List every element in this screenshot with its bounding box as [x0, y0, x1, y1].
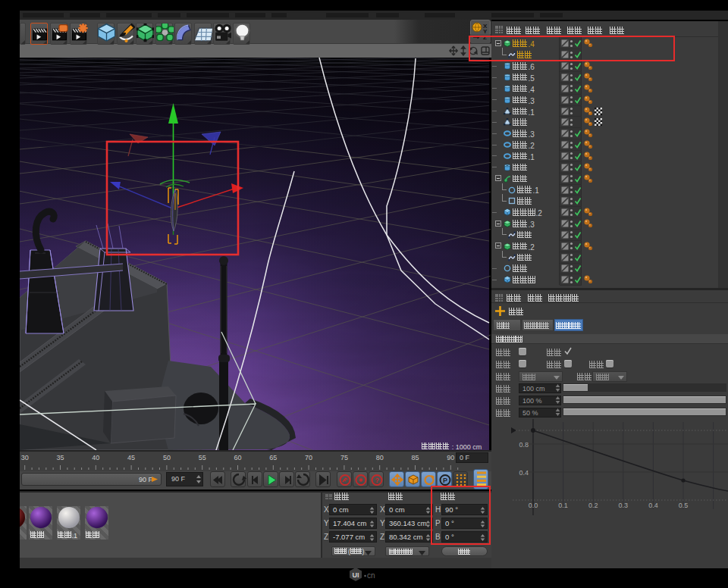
svg-text:55: 55: [199, 454, 206, 461]
svg-text:70: 70: [305, 454, 312, 461]
svg-text:cn: cn: [367, 571, 375, 580]
svg-text:0.2: 0.2: [588, 502, 598, 509]
svg-text:P: P: [443, 477, 447, 484]
svg-text:0.0: 0.0: [529, 502, 538, 509]
svg-text:0.3: 0.3: [619, 502, 629, 509]
svg-text:80: 80: [376, 454, 384, 461]
svg-text:90: 90: [447, 454, 454, 461]
svg-text:UI: UI: [353, 571, 359, 579]
svg-text:45: 45: [127, 454, 135, 461]
svg-text:30: 30: [21, 454, 29, 461]
svg-text:75: 75: [340, 454, 348, 461]
svg-text:85: 85: [411, 454, 419, 461]
svg-text:40: 40: [92, 454, 99, 461]
svg-text:?: ?: [375, 477, 379, 484]
svg-text:60: 60: [234, 454, 241, 461]
svg-text:0.4: 0.4: [648, 502, 658, 509]
svg-text:0.8: 0.8: [519, 441, 529, 449]
svg-text:50: 50: [163, 454, 171, 461]
svg-text:0.5: 0.5: [679, 502, 689, 509]
svg-text:0.1: 0.1: [558, 502, 568, 509]
svg-text:65: 65: [269, 454, 277, 461]
svg-text:0.4: 0.4: [519, 469, 529, 477]
svg-text:35: 35: [56, 454, 64, 461]
